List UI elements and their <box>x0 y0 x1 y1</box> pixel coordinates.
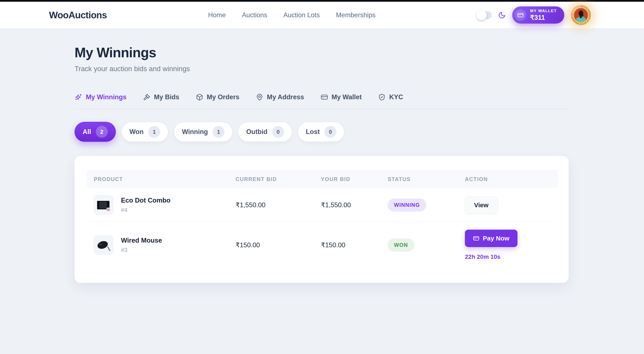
toggle-knob <box>476 10 486 20</box>
view-button[interactable]: View <box>465 196 498 214</box>
sparkles-icon <box>74 93 82 101</box>
current-bid-value: ₹150.00 <box>236 241 321 249</box>
tab-label: My Address <box>267 93 304 101</box>
status-badge-won: WON <box>388 238 414 252</box>
col-action: Action <box>465 176 558 182</box>
account-tabs: My Winnings My Bids My O <box>74 93 568 101</box>
product-image-wired-mouse <box>94 235 113 255</box>
package-icon <box>196 94 203 101</box>
dark-mode-toggle[interactable] <box>477 11 492 19</box>
product-lot-number: #3 <box>121 247 162 254</box>
filter-winning[interactable]: Winning 1 <box>174 122 232 142</box>
filter-label: Winning <box>182 128 208 136</box>
col-product: Product <box>94 176 236 182</box>
map-pin-icon <box>256 94 263 101</box>
status-badge-winning: WINNING <box>388 198 426 212</box>
main-content: My Winnings Track your auction bids and … <box>0 45 644 283</box>
my-wallet-button[interactable]: MY WALLET ₹311 <box>512 6 564 24</box>
your-bid-value: ₹150.00 <box>321 241 388 249</box>
filter-won[interactable]: Won 1 <box>122 122 168 142</box>
col-your-bid: Your Bid <box>321 176 388 182</box>
tab-my-wallet[interactable]: My Wallet <box>321 93 362 101</box>
gavel-icon <box>143 94 150 101</box>
col-status: Status <box>388 176 465 182</box>
status-filters: All 2 Won 1 Winning 1 Outbid 0 Lost 0 <box>74 122 568 142</box>
page-subtitle: Track your auction bids and winnings <box>74 65 568 73</box>
filter-count: 1 <box>148 126 160 138</box>
your-bid-value: ₹1,550.00 <box>321 201 388 209</box>
tab-label: My Orders <box>207 93 239 101</box>
nav-auctions[interactable]: Auctions <box>242 11 267 19</box>
credit-card-icon <box>321 94 328 101</box>
tab-my-address[interactable]: My Address <box>256 93 304 101</box>
product-image-eco-dot-combo <box>94 195 113 215</box>
tab-label: My Bids <box>154 93 179 101</box>
avatar[interactable]: ELITE MEMBER ★ ELITE MEMBER ★ <box>571 5 591 25</box>
current-bid-value: ₹1,550.00 <box>236 201 321 209</box>
filter-count: 1 <box>212 126 224 138</box>
filter-label: Outbid <box>246 128 268 136</box>
brand-logo[interactable]: WooAuctions <box>49 10 107 20</box>
tab-label: My Winnings <box>86 93 126 101</box>
nav-auction-lots[interactable]: Auction Lots <box>284 11 320 19</box>
filter-count: 2 <box>96 126 108 138</box>
wallet-label: MY WALLET <box>530 8 557 13</box>
header: WooAuctions Home Auctions Auction Lots M… <box>0 2 644 28</box>
product-lot-number: #4 <box>121 207 170 214</box>
filter-outbid[interactable]: Outbid 0 <box>238 122 292 142</box>
tab-my-orders[interactable]: My Orders <box>196 93 239 101</box>
header-controls: MY WALLET ₹311 <box>477 5 591 25</box>
table-row: Wired Mouse #3 ₹150.00 ₹150.00 WON <box>86 222 558 262</box>
filter-count: 0 <box>272 126 284 138</box>
table-header: Product Current Bid Your Bid Status Acti… <box>86 170 558 188</box>
table-row: Eco Dot Combo #4 ₹1,550.00 ₹1,550.00 WIN… <box>86 188 558 222</box>
filter-label: Won <box>130 128 144 136</box>
filter-count: 0 <box>324 126 336 138</box>
moon-icon <box>498 11 506 19</box>
col-current-bid: Current Bid <box>236 176 321 182</box>
main-nav: Home Auctions Auction Lots Memberships <box>107 11 477 19</box>
filter-lost[interactable]: Lost 0 <box>298 122 344 142</box>
tab-label: KYC <box>389 93 403 101</box>
product-name: Wired Mouse <box>121 237 162 244</box>
app-screen: WooAuctions Home Auctions Auction Lots M… <box>0 0 644 354</box>
pay-now-label: Pay Now <box>483 235 510 242</box>
tab-kyc[interactable]: KYC <box>378 93 403 101</box>
nav-memberships[interactable]: Memberships <box>336 11 376 19</box>
filter-label: All <box>83 128 91 136</box>
wallet-balance: ₹311 <box>530 14 545 22</box>
credit-card-icon <box>473 235 480 242</box>
payment-countdown: 22h 20m 10s <box>465 254 500 260</box>
page-title: My Winnings <box>74 45 568 60</box>
tab-label: My Wallet <box>332 93 362 101</box>
product-name: Eco Dot Combo <box>121 196 170 204</box>
nav-home[interactable]: Home <box>208 11 226 19</box>
wallet-card-icon <box>515 9 526 21</box>
tab-my-winnings[interactable]: My Winnings <box>74 93 126 101</box>
shield-check-icon <box>378 94 386 101</box>
tabs-divider <box>74 109 568 109</box>
filter-label: Lost <box>306 128 320 136</box>
winnings-card: Product Current Bid Your Bid Status Acti… <box>74 156 568 283</box>
filter-all[interactable]: All 2 <box>74 122 116 142</box>
pay-now-button[interactable]: Pay Now <box>465 230 518 247</box>
window-top-strip <box>0 0 644 2</box>
tab-my-bids[interactable]: My Bids <box>143 93 179 101</box>
